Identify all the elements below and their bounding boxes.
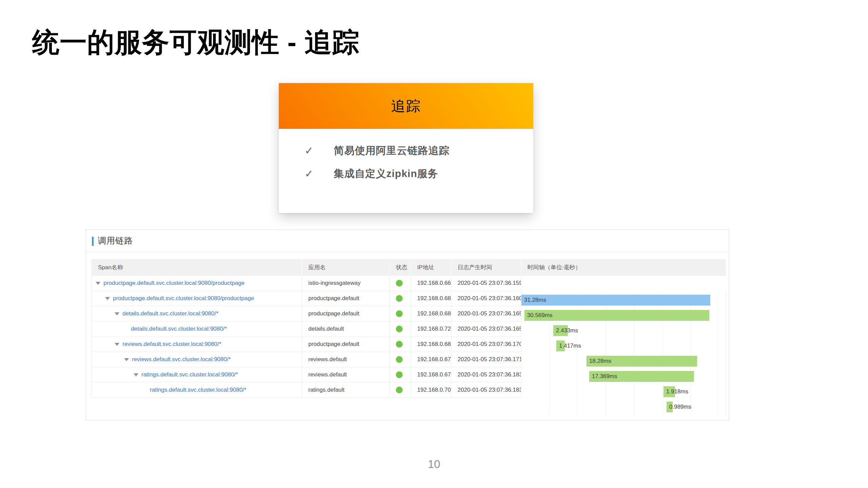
app-name-cell: details.default [302, 321, 390, 337]
panel-divider [86, 252, 729, 252]
span-name-cell: reviews.default.svc.cluster.local:9080/* [92, 337, 302, 352]
status-ok-dot [396, 356, 403, 363]
trace-duration-bar[interactable] [521, 295, 710, 306]
trace-duration-bar[interactable] [524, 310, 709, 321]
ip-cell: 192.168.0.70 [411, 383, 451, 398]
app-name-cell: ratings.default [302, 383, 390, 398]
status-ok-dot [396, 280, 403, 287]
page-number: 10 [0, 458, 868, 471]
span-name-link[interactable]: ratings.default.svc.cluster.local:9080/* [150, 387, 246, 393]
trace-duration-bar[interactable] [553, 325, 568, 336]
timeline-gridline [718, 292, 719, 414]
feature-card-body: ✓ 简易使用阿里云链路追踪 ✓ 集成自定义zipkin服务 [279, 129, 533, 185]
span-name-link[interactable]: reviews.default.svc.cluster.local:9080/* [122, 341, 221, 348]
expand-arrow-icon[interactable] [105, 297, 110, 300]
column-header-3: IP地址 [411, 259, 451, 276]
check-icon: ✓ [305, 144, 320, 157]
feature-item-label: 集成自定义zipkin服务 [334, 167, 438, 181]
status-cell [390, 383, 411, 398]
feature-item-zipkin: ✓ 集成自定义zipkin服务 [279, 162, 533, 185]
feature-item-aliyun-tracing: ✓ 简易使用阿里云链路追踪 [279, 139, 533, 162]
trace-table: Span名称应用名状态IP地址日志产生时间时间轴（单位:毫秒） productp… [92, 259, 726, 398]
log-time-cell: 2020-01-05 23:07:36.159 [451, 276, 521, 291]
column-header-1: 应用名 [302, 259, 390, 276]
status-cell [390, 337, 411, 352]
status-cell [390, 352, 411, 367]
log-time-cell: 2020-01-05 23:07:36.165 [451, 306, 521, 321]
span-name-cell: productpage.default.svc.cluster.local:90… [92, 291, 302, 306]
ip-cell: 192.168.0.67 [411, 367, 451, 383]
status-ok-dot [396, 371, 403, 378]
feature-card-header: 追踪 [279, 83, 533, 129]
ip-cell: 192.168.0.72 [411, 321, 451, 337]
status-ok-dot [396, 295, 403, 302]
trace-duration-bar[interactable] [556, 340, 565, 351]
table-row: productpage.default.svc.cluster.local:90… [92, 276, 726, 291]
column-header-5: 时间轴（单位:毫秒） [521, 259, 726, 276]
app-name-cell: reviews.default [302, 367, 390, 383]
status-ok-dot [396, 310, 403, 317]
app-name-cell: reviews.default [302, 352, 390, 367]
app-name-cell: productpage.default [302, 306, 390, 321]
trace-duration-bar[interactable] [589, 371, 694, 382]
slide-title: 统一的服务可观测性 - 追踪 [32, 24, 360, 61]
feature-card-title: 追踪 [391, 97, 421, 116]
expand-arrow-icon[interactable] [115, 343, 119, 346]
trace-duration-bar[interactable] [667, 402, 673, 412]
log-time-cell: 2020-01-05 23:07:36.183 [451, 367, 521, 383]
log-time-cell: 2020-01-05 23:07:36.170 [451, 337, 521, 352]
trace-table-body: productpage.default.svc.cluster.local:90… [92, 276, 726, 398]
span-name-link[interactable]: ratings.default.svc.cluster.local:9080/* [141, 371, 238, 378]
expand-arrow-icon[interactable] [124, 358, 129, 361]
span-name-cell: ratings.default.svc.cluster.local:9080/* [92, 367, 302, 383]
panel-title-accent-bar [92, 237, 94, 246]
span-name-link[interactable]: details.default.svc.cluster.local:9080/* [131, 326, 227, 332]
status-ok-dot [396, 341, 403, 348]
status-ok-dot [396, 326, 403, 332]
span-name-link[interactable]: reviews.default.svc.cluster.local:9080/* [132, 356, 231, 363]
span-name-cell: reviews.default.svc.cluster.local:9080/* [92, 352, 302, 367]
tracing-feature-card: 追踪 ✓ 简易使用阿里云链路追踪 ✓ 集成自定义zipkin服务 [279, 83, 533, 213]
expand-arrow-icon[interactable] [134, 373, 138, 376]
log-time-cell: 2020-01-05 23:07:36.165 [451, 321, 521, 337]
column-header-4: 日志产生时间 [451, 259, 521, 276]
status-cell [390, 291, 411, 306]
feature-item-label: 简易使用阿里云链路追踪 [334, 144, 449, 158]
ip-cell: 192.168.0.68 [411, 337, 451, 352]
ip-cell: 192.168.0.68 [411, 291, 451, 306]
app-name-cell: istio-ingressgateway [302, 276, 390, 291]
column-header-2: 状态 [390, 259, 411, 276]
trace-table-header: Span名称应用名状态IP地址日志产生时间时间轴（单位:毫秒） [92, 259, 726, 276]
ip-cell: 192.168.0.66 [411, 276, 451, 291]
log-time-cell: 2020-01-05 23:07:36.183 [451, 383, 521, 398]
log-time-cell: 2020-01-05 23:07:36.160 [451, 291, 521, 306]
span-name-cell: details.default.svc.cluster.local:9080/* [92, 306, 302, 321]
status-cell [390, 306, 411, 321]
trace-duration-bar[interactable] [586, 356, 697, 367]
log-time-cell: 2020-01-05 23:07:36.171 [451, 352, 521, 367]
check-icon: ✓ [305, 168, 320, 180]
status-cell [390, 367, 411, 383]
expand-arrow-icon[interactable] [96, 282, 100, 285]
span-name-link[interactable]: productpage.default.svc.cluster.local:90… [103, 280, 245, 287]
status-cell [390, 321, 411, 337]
column-header-0: Span名称 [92, 259, 302, 276]
trace-duration-bar[interactable] [663, 386, 675, 397]
span-name-link[interactable]: productpage.default.svc.cluster.local:90… [113, 295, 254, 302]
span-name-cell: ratings.default.svc.cluster.local:9080/* [92, 383, 302, 398]
trace-console-panel: 调用链路 Span名称应用名状态IP地址日志产生时间时间轴（单位:毫秒） pro… [86, 230, 729, 421]
expand-arrow-icon[interactable] [115, 312, 119, 315]
span-name-cell: productpage.default.svc.cluster.local:90… [92, 276, 302, 291]
panel-title: 调用链路 [98, 235, 133, 246]
ip-cell: 192.168.0.67 [411, 352, 451, 367]
status-ok-dot [396, 387, 403, 393]
span-name-cell: details.default.svc.cluster.local:9080/* [92, 321, 302, 337]
status-cell [390, 276, 411, 291]
app-name-cell: productpage.default [302, 337, 390, 352]
timeline-column: 31.28ms30.569ms2.433ms1.417ms18.28ms17.3… [521, 292, 726, 414]
ip-cell: 192.168.0.68 [411, 306, 451, 321]
app-name-cell: productpage.default [302, 291, 390, 306]
span-name-link[interactable]: details.default.svc.cluster.local:9080/* [122, 310, 218, 317]
